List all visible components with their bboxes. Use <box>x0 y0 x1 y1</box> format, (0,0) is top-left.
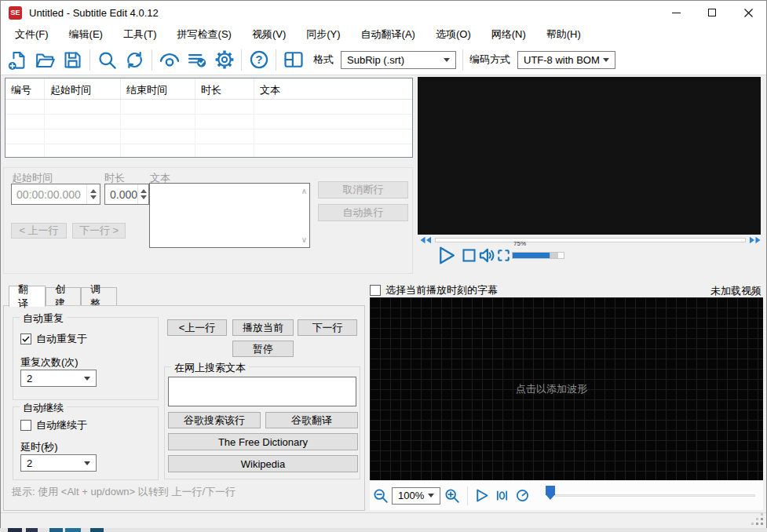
waveform-position-track[interactable] <box>555 494 755 497</box>
resize-grip-icon[interactable] <box>753 515 764 526</box>
playback-speed-button[interactable] <box>512 487 532 504</box>
previous-line-button[interactable]: < 上一行 <box>11 223 67 239</box>
taskbar-app-icon[interactable] <box>65 528 81 532</box>
zoom-in-icon <box>444 487 461 505</box>
menu-help[interactable]: 帮助(H) <box>536 24 591 45</box>
open-file-button[interactable] <box>31 47 59 73</box>
waveform-zoom-in-button[interactable] <box>440 487 464 505</box>
waveform-zoom-out-button[interactable] <box>370 487 392 505</box>
zoom-out-icon <box>372 487 389 505</box>
scroll-up-icon[interactable]: ∧ <box>301 187 307 195</box>
google-translate-button[interactable]: 谷歌翻译 <box>265 412 358 428</box>
close-button[interactable] <box>730 1 766 24</box>
tab-adjust[interactable]: 调整 <box>81 287 117 306</box>
visual-sync-button[interactable] <box>155 47 183 73</box>
menu-tools[interactable]: 工具(T) <box>113 24 167 45</box>
web-search-input[interactable] <box>168 377 356 406</box>
taskbar-app-icon[interactable] <box>26 528 38 532</box>
column-text[interactable]: 文本 <box>254 78 412 99</box>
column-duration[interactable]: 时长 <box>195 78 254 99</box>
autobreak-button[interactable]: 自动换行 <box>318 204 408 221</box>
wikipedia-button[interactable]: Wikipedia <box>168 455 358 472</box>
taskbar-app-icon[interactable] <box>49 528 63 532</box>
repeat-count-select[interactable]: 2 <box>20 370 97 387</box>
layout-button[interactable] <box>279 47 307 73</box>
menu-sync[interactable]: 同步(Y) <box>296 24 350 45</box>
select-current-label: 选择当前播放时刻的字幕 <box>385 283 498 297</box>
video-play-button[interactable] <box>435 244 458 267</box>
menu-auto-translate[interactable]: 自动翻译(A) <box>351 24 426 45</box>
tab-translate[interactable]: 翻译 <box>9 286 46 307</box>
seek-back-icon[interactable] <box>420 236 432 244</box>
find-button[interactable] <box>93 47 121 73</box>
menu-network[interactable]: 网络(N) <box>481 24 536 45</box>
waveform-zoom-select[interactable]: 100% <box>392 487 440 505</box>
unbreak-button[interactable]: 取消断行 <box>318 181 408 199</box>
open-folder-icon <box>35 49 56 71</box>
seek-forward-icon[interactable] <box>749 236 761 244</box>
waveform-canvas[interactable]: 点击以添加波形 <box>370 297 763 480</box>
select-current-checkbox-row[interactable]: 选择当前播放时刻的字幕 <box>370 283 498 297</box>
google-search-button[interactable]: 谷歌搜索该行 <box>168 412 261 428</box>
subtitle-list-body[interactable] <box>5 100 412 157</box>
volume-thumb[interactable] <box>550 253 558 258</box>
subtitle-list[interactable]: 编号 起始时间 结束时间 时长 文本 <box>5 78 413 158</box>
column-start-time[interactable]: 起始时间 <box>45 78 121 99</box>
video-seek-row <box>420 235 761 245</box>
minimize-button[interactable] <box>658 1 694 24</box>
menu-file[interactable]: 文件(F) <box>5 24 59 45</box>
format-select[interactable]: SubRip (.srt) <box>341 51 456 69</box>
menu-spellcheck[interactable]: 拼写检查(S) <box>167 24 242 45</box>
video-stop-button[interactable] <box>461 247 477 264</box>
start-time-spinner[interactable]: 00:00:00.000 <box>11 184 100 205</box>
duration-spinner[interactable]: 0.000 <box>104 184 149 205</box>
checkbox-checked[interactable] <box>20 333 31 344</box>
menu-edit[interactable]: 编辑(E) <box>59 24 113 45</box>
settings-button[interactable] <box>210 47 238 73</box>
waveform-play-button[interactable] <box>471 487 491 504</box>
waveform-play-from-start-button[interactable] <box>491 487 512 504</box>
help-button[interactable]: ? <box>245 47 272 73</box>
tab-create[interactable]: 创建 <box>46 287 81 306</box>
play-current-button[interactable]: 播放当前 <box>232 319 294 336</box>
taskbar-app-icon[interactable] <box>8 528 22 532</box>
spinner-buttons[interactable] <box>137 184 148 204</box>
video-seek-track[interactable] <box>435 238 746 242</box>
app-logo-icon: SE <box>9 6 22 20</box>
spin-up-icon[interactable] <box>90 189 97 193</box>
free-dictionary-button[interactable]: The Free Dictionary <box>168 433 358 450</box>
next-line-button-tab[interactable]: 下一行 <box>298 319 357 336</box>
scroll-down-icon[interactable]: ∨ <box>301 235 307 244</box>
waveform-position-thumb[interactable] <box>546 486 555 500</box>
column-number[interactable]: 编号 <box>5 78 45 99</box>
auto-continue-checkbox-row[interactable]: 自动继续于 <box>20 418 87 432</box>
replace-button[interactable] <box>121 47 148 73</box>
new-file-icon <box>7 49 28 71</box>
spell-check-button[interactable] <box>183 47 210 73</box>
encoding-select[interactable]: UTF-8 with BOM <box>517 51 615 69</box>
maximize-button[interactable] <box>694 1 730 24</box>
video-fullscreen-button[interactable] <box>495 246 513 264</box>
menu-video[interactable]: 视频(V) <box>242 24 296 45</box>
delay-select[interactable]: 2 <box>20 454 97 472</box>
encoding-label: 编码方式 <box>469 53 510 67</box>
subtitle-text-area[interactable]: ∧ ∨ <box>149 183 310 248</box>
spin-up-icon[interactable] <box>141 189 147 193</box>
video-surface[interactable] <box>418 77 761 235</box>
new-file-button[interactable] <box>4 47 31 73</box>
menu-options[interactable]: 选项(O) <box>426 24 481 45</box>
taskbar-app-icon[interactable] <box>90 528 104 532</box>
column-end-time[interactable]: 结束时间 <box>121 78 195 99</box>
checkbox-unchecked[interactable] <box>20 420 31 431</box>
chevron-down-icon <box>603 58 609 62</box>
prev-line-button[interactable]: <上一行 <box>167 319 227 336</box>
checkbox-unchecked[interactable] <box>370 285 381 296</box>
spinner-buttons[interactable] <box>86 184 100 204</box>
pause-button[interactable]: 暂停 <box>232 341 294 357</box>
next-line-button[interactable]: 下一行 > <box>72 223 126 239</box>
save-button[interactable] <box>59 47 86 73</box>
spin-down-icon[interactable] <box>90 195 97 199</box>
spin-down-icon[interactable] <box>141 195 147 199</box>
auto-repeat-checkbox-row[interactable]: 自动重复于 <box>20 332 87 346</box>
volume-slider[interactable] <box>512 252 564 259</box>
